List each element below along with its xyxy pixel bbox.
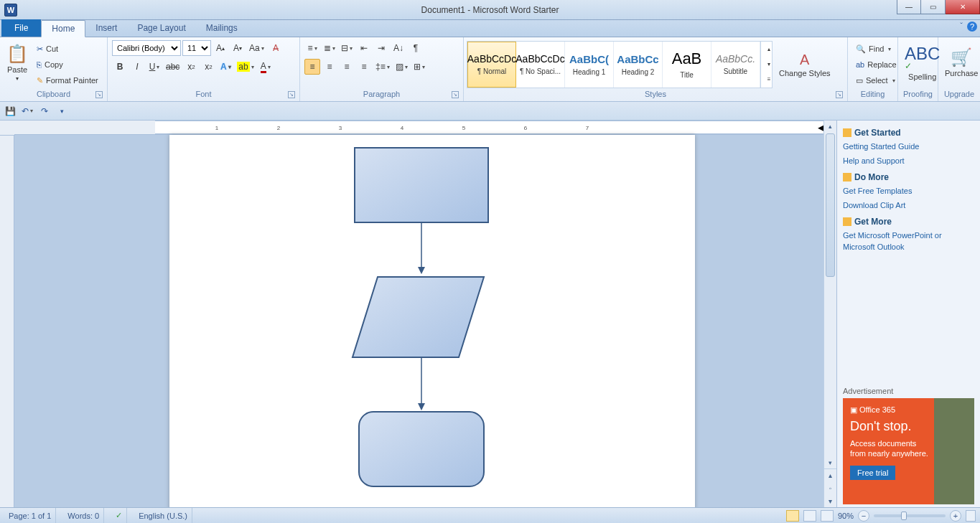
replace-button[interactable]: abReplace (852, 57, 900, 72)
style-normal[interactable]: AaBbCcDc¶ Normal (467, 42, 516, 88)
paragraph-dialog-launcher[interactable]: ↘ (452, 91, 459, 98)
link-getting-started-guide[interactable]: Getting Started Guide (843, 141, 974, 152)
style-no-spacing[interactable]: AaBbCcDc¶ No Spaci... (516, 42, 565, 88)
sidepane-toggle[interactable]: ◂ (818, 121, 823, 134)
styles-gallery[interactable]: AaBbCcDc¶ Normal AaBbCcDc¶ No Spaci... A… (467, 41, 773, 88)
close-button[interactable]: ✕ (946, 0, 980, 14)
styles-dialog-launcher[interactable]: ↘ (836, 91, 843, 98)
status-proof[interactable]: ✓ (111, 508, 127, 523)
paste-button[interactable]: 📋 Paste ▾ (3, 39, 32, 86)
zoom-slider-thumb[interactable] (901, 512, 907, 520)
italic-button[interactable]: I (129, 59, 145, 75)
vertical-scrollbar[interactable]: ▴ ▾ ▴ ◦ ▾ (823, 121, 836, 507)
link-get-powerpoint-outlook[interactable]: Get Microsoft PowerPoint or Microsoft Ou… (843, 230, 974, 253)
align-right-button[interactable]: ≡ (339, 59, 355, 75)
styles-more[interactable]: ≡ (761, 72, 777, 87)
font-color-button[interactable]: A (258, 59, 274, 75)
multilevel-list-button[interactable]: ⊟ (339, 40, 355, 56)
status-language[interactable]: English (U.S.) (134, 508, 192, 523)
flowchart-process-shape[interactable] (355, 148, 488, 222)
tab-page-layout[interactable]: Page Layout (127, 19, 195, 37)
align-left-button[interactable]: ≡ (304, 59, 320, 75)
minimize-button[interactable]: — (897, 0, 921, 14)
highlight-button[interactable]: ab (235, 59, 256, 75)
font-size-select[interactable]: 11 (182, 40, 211, 56)
link-help-support[interactable]: Help and Support (843, 155, 974, 166)
borders-button[interactable]: ⊞ (411, 59, 427, 75)
view-web-layout[interactable] (821, 510, 834, 522)
qat-save-button[interactable]: 💾 (3, 104, 17, 118)
select-button[interactable]: ▭Select (852, 73, 900, 88)
sort-button[interactable]: A↓ (391, 40, 406, 56)
show-marks-button[interactable]: ¶ (408, 40, 424, 56)
find-button[interactable]: 🔍Find (852, 42, 900, 56)
maximize-button[interactable]: ▭ (921, 0, 946, 14)
qat-redo-button[interactable]: ↷ (37, 104, 52, 118)
document-page[interactable] (169, 135, 695, 507)
style-heading2[interactable]: AaBbCcHeading 2 (614, 42, 663, 88)
shrink-font-button[interactable]: A▾ (230, 40, 246, 56)
flowchart-data-shape[interactable] (353, 277, 484, 357)
tab-mailings[interactable]: Mailings (196, 19, 248, 37)
tab-insert[interactable]: Insert (85, 19, 127, 37)
superscript-button[interactable]: x2 (200, 59, 216, 75)
advertisement[interactable]: ▣ Office 365 Don't stop. Access document… (843, 398, 974, 504)
increase-indent-button[interactable]: ⇥ (373, 40, 389, 56)
clipboard-dialog-launcher[interactable]: ↘ (95, 91, 103, 98)
style-subtitle[interactable]: AaBbCc.Subtitle (711, 42, 760, 88)
underline-button[interactable]: U (146, 59, 162, 75)
subscript-button[interactable]: x2 (183, 59, 199, 75)
scroll-thumb[interactable] (826, 133, 835, 277)
tab-home[interactable]: Home (41, 20, 85, 37)
decrease-indent-button[interactable]: ⇤ (356, 40, 372, 56)
styles-scroll-up[interactable]: ▴ (761, 42, 777, 57)
copy-button[interactable]: Copy (33, 57, 102, 72)
zoom-in-button[interactable]: + (950, 510, 961, 522)
zoom-slider[interactable] (874, 514, 946, 517)
numbering-button[interactable]: ≣ (322, 40, 337, 56)
font-dialog-launcher[interactable]: ↘ (288, 91, 295, 98)
font-name-select[interactable]: Calibri (Body) (112, 40, 181, 56)
shading-button[interactable]: ▨ (393, 59, 410, 75)
link-free-templates[interactable]: Get Free Templates (843, 185, 974, 197)
document-area[interactable]: 1 2 3 4 5 6 7 (14, 121, 823, 507)
help-icon[interactable]: ? (967, 22, 977, 32)
link-download-clipart[interactable]: Download Clip Art (843, 199, 974, 211)
spelling-button[interactable]: ABC✓ Spelling (901, 39, 943, 86)
bullets-button[interactable]: ≡ (304, 40, 320, 56)
change-styles-button[interactable]: A Change Styles (775, 41, 834, 88)
file-tab[interactable]: File (1, 19, 41, 37)
scroll-up-arrow[interactable]: ▴ (824, 121, 836, 132)
qat-undo-button[interactable]: ↶ (20, 104, 34, 118)
align-center-button[interactable]: ≡ (322, 59, 337, 75)
line-spacing-button[interactable]: ‡≡ (373, 59, 392, 75)
ad-cta-button[interactable]: Free trial (850, 466, 895, 480)
justify-button[interactable]: ≡ (356, 59, 372, 75)
status-page[interactable]: Page: 1 of 1 (4, 508, 56, 523)
zoom-level[interactable]: 90% (838, 512, 854, 520)
style-heading1[interactable]: AaBbC(Heading 1 (565, 42, 614, 88)
view-full-screen[interactable] (803, 510, 816, 522)
text-effects-button[interactable]: A (218, 59, 233, 75)
style-title[interactable]: AaBTitle (663, 42, 711, 88)
change-case-button[interactable]: Aa (247, 40, 266, 56)
clear-formatting-button[interactable]: A̶ (268, 40, 284, 56)
zoom-fit-button[interactable] (966, 510, 976, 522)
strikethrough-button[interactable]: abc (164, 59, 182, 75)
zoom-out-button[interactable]: − (858, 510, 869, 522)
minimize-ribbon-icon[interactable]: ˇ (960, 22, 963, 32)
bold-button[interactable]: B (112, 59, 128, 75)
flowchart-terminator-shape[interactable] (359, 412, 484, 486)
next-page-button[interactable]: ▾ (824, 494, 836, 507)
browse-object-button[interactable]: ◦ (824, 482, 836, 495)
cut-button[interactable]: Cut (33, 42, 102, 56)
previous-page-button[interactable]: ▴ (824, 469, 836, 482)
qat-customize-button[interactable]: ▾ (55, 104, 69, 118)
purchase-button[interactable]: 🛒 Purchase (941, 39, 980, 86)
view-print-layout[interactable] (786, 510, 799, 522)
format-painter-button[interactable]: Format Painter (33, 73, 102, 88)
styles-scroll-down[interactable]: ▾ (761, 57, 777, 72)
status-words[interactable]: Words: 0 (63, 508, 104, 523)
grow-font-button[interactable]: A▴ (213, 40, 228, 56)
scroll-down-arrow[interactable]: ▾ (824, 457, 836, 468)
